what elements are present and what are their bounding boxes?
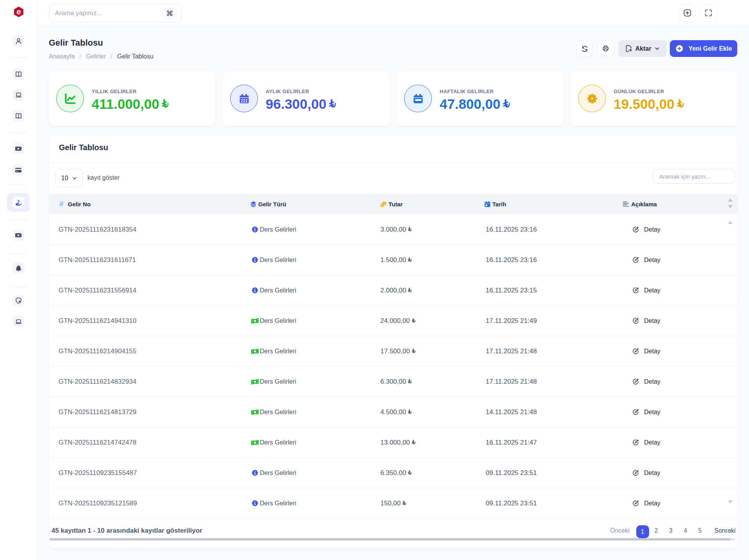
svg-text:$: $ bbox=[18, 199, 20, 203]
svg-text:e: e bbox=[16, 7, 21, 16]
